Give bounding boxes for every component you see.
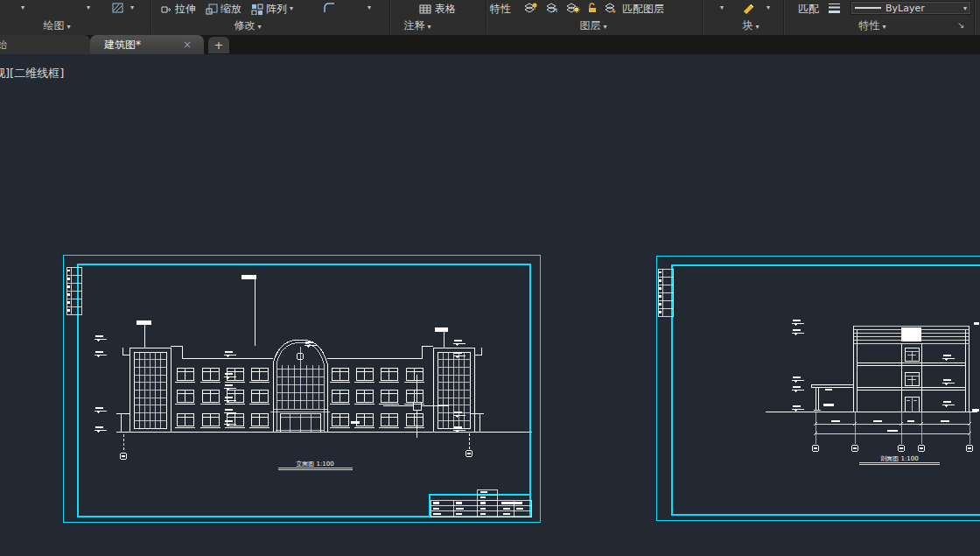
linetype-dropdown-arrow-icon[interactable]: ▾ xyxy=(963,4,967,12)
layer-freeze-icon[interactable] xyxy=(565,2,580,14)
tab-drawing-active[interactable]: 建筑图* × xyxy=(90,35,204,54)
edit-attribute-icon[interactable] xyxy=(741,1,757,14)
panel-separator xyxy=(974,0,975,34)
layer-make-current-icon[interactable] xyxy=(545,2,559,14)
lineweight-icon[interactable] xyxy=(828,2,842,14)
scale-button[interactable]: 缩放 xyxy=(206,2,242,16)
left-drawing-elevation: 立面图 1:100 xyxy=(60,251,545,524)
panel-label-block[interactable]: 块▾ xyxy=(724,18,777,32)
panel-label-modify[interactable]: 修改▾ xyxy=(217,18,278,32)
drawing-title-group: 立面图 1:100 xyxy=(278,461,353,470)
drawing-title-group: 剖面图 1:100 xyxy=(859,455,940,465)
block-flyout-arrow-icon[interactable]: ▾ xyxy=(720,4,724,11)
stretch-icon xyxy=(160,4,172,15)
array-icon xyxy=(251,4,263,15)
attribute-flyout-arrow-icon[interactable]: ▾ xyxy=(766,4,770,11)
hatch-icon[interactable] xyxy=(111,2,124,14)
panel-arrow-icon: ▾ xyxy=(427,23,430,31)
crosshair-cursor[interactable] xyxy=(374,366,462,447)
new-tab-button[interactable]: + xyxy=(208,37,229,53)
properties-dialog-launcher-icon[interactable]: ↘ xyxy=(957,20,964,30)
close-tab-icon[interactable]: × xyxy=(183,35,192,54)
signature-strip xyxy=(66,267,81,314)
panel-label-layers[interactable]: 图层▾ xyxy=(563,18,624,32)
panel-arrow-icon: ▾ xyxy=(882,23,886,31)
match-properties-button[interactable]: 匹配 xyxy=(798,2,819,16)
file-tab-bar: 开始 建筑图* × + xyxy=(0,35,980,54)
drawing-title: 立面图 1:100 xyxy=(296,461,333,468)
panel-label-properties[interactable]: 特性▾ xyxy=(842,18,903,32)
panel-arrow-icon: ▾ xyxy=(66,23,70,31)
draw-flyout-arrow-icon[interactable]: ▾ xyxy=(87,4,90,11)
fillet-flyout-arrow-icon[interactable]: ▾ xyxy=(368,4,371,11)
ribbon: ▾ ▾ ▾ 拉伸 缩放 阵列 ▾ ▾ 表格 特性 xyxy=(0,0,980,36)
array-button[interactable]: 阵列 ▾ xyxy=(251,2,293,16)
autocad-window: ▾ ▾ ▾ 拉伸 缩放 阵列 ▾ ▾ 表格 特性 xyxy=(0,0,980,556)
table-button[interactable]: 表格 xyxy=(419,2,456,16)
linetype-sample-icon xyxy=(855,7,881,9)
panel-arrow-icon: ▾ xyxy=(755,23,759,31)
array-flyout-arrow-icon[interactable]: ▾ xyxy=(290,2,293,16)
title-block xyxy=(430,489,531,517)
stretch-button[interactable]: 拉伸 xyxy=(160,2,196,16)
panel-arrow-icon: ▾ xyxy=(603,23,606,31)
dimension-lines xyxy=(814,412,971,444)
linetype-dropdown[interactable]: ByLayer ▾ xyxy=(850,1,971,15)
layer-unlock-icon[interactable] xyxy=(585,2,598,14)
panel-separator xyxy=(150,0,151,34)
panel-separator xyxy=(702,0,703,34)
draw-flyout-arrow-icon[interactable]: ▾ xyxy=(21,4,24,11)
signature-strip xyxy=(658,269,673,316)
axis-bubbles xyxy=(812,445,973,452)
panel-separator xyxy=(486,0,486,34)
model-space-canvas[interactable]: 视][二维线框] xyxy=(0,54,980,556)
layer-off-icon[interactable] xyxy=(523,2,538,14)
hatch-flyout-arrow-icon[interactable]: ▾ xyxy=(130,4,134,11)
drawing-frame xyxy=(64,256,541,523)
drawing-title: 剖面图 1:100 xyxy=(880,455,918,462)
scale-icon xyxy=(206,4,218,15)
layer-properties-button[interactable]: 特性 xyxy=(490,2,511,16)
panel-separator xyxy=(783,0,784,34)
panel-label-annotate[interactable]: 注释▾ xyxy=(387,18,448,32)
fillet-icon[interactable] xyxy=(323,2,336,14)
layer-merge-icon[interactable] xyxy=(604,2,619,14)
linetype-value: ByLayer xyxy=(886,3,959,14)
pickbox xyxy=(413,402,421,410)
viewport-controls[interactable]: 视][二维线框] xyxy=(0,66,64,81)
right-drawing-section: 剖面图 1:100 xyxy=(652,251,980,524)
tab-start[interactable]: 开始 xyxy=(0,35,90,54)
building-section xyxy=(766,326,977,412)
match-layer-button[interactable]: 匹配图层 xyxy=(622,2,664,16)
panel-arrow-icon: ▾ xyxy=(257,23,261,31)
panel-label-draw[interactable]: 绘图▾ xyxy=(26,18,88,32)
table-icon xyxy=(419,4,432,15)
